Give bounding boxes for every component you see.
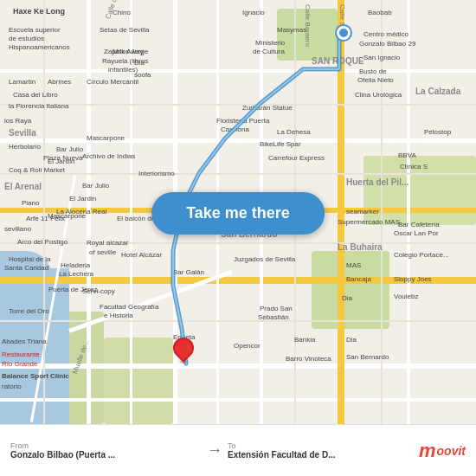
destination-pin [173, 338, 194, 365]
to-value: Extensión Facultad de D... [228, 450, 383, 460]
origin-marker [337, 26, 351, 40]
bottom-bar: From Gonzalo Bilbao (Puerta ... → To Ext… [0, 424, 476, 476]
to-section: To Extensión Facultad de D... [228, 441, 419, 460]
map-container: Haxe Ke Long Escuela superior de estudio… [0, 0, 476, 424]
to-label: To [228, 441, 419, 450]
from-value: Gonzalo Bilbao (Puerta ... [10, 450, 166, 460]
direction-arrow-icon: → [207, 441, 222, 460]
pin-head [169, 333, 198, 363]
moovit-brand-text: oovit [437, 444, 466, 458]
from-section: From Gonzalo Bilbao (Puerta ... [10, 441, 202, 460]
from-label: From [10, 441, 202, 450]
moovit-m-icon: m [419, 440, 436, 462]
take-me-there-button[interactable]: Take me there [151, 192, 325, 235]
moovit-logo: m oovit [419, 440, 466, 462]
